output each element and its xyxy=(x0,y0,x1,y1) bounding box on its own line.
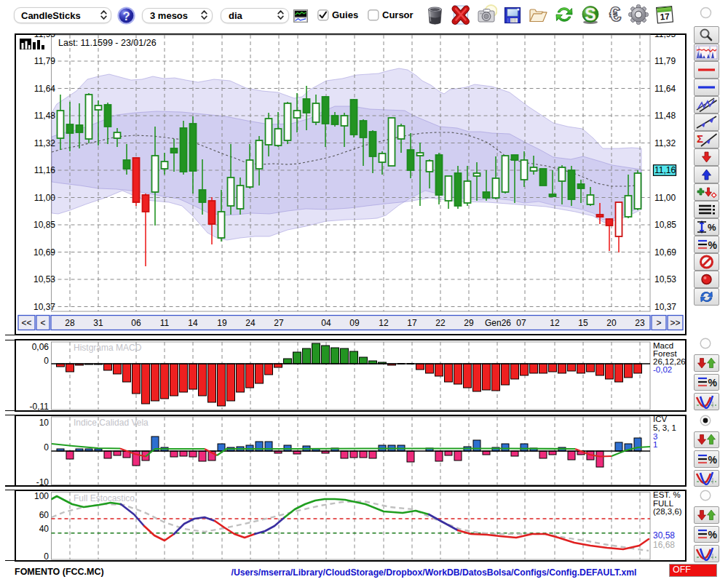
svg-text:11,64: 11,64 xyxy=(34,84,55,94)
svg-text:-10: -10 xyxy=(36,477,50,487)
svg-text:19: 19 xyxy=(217,318,227,328)
svg-text:40: 40 xyxy=(39,524,50,534)
svg-text:(28,3,6): (28,3,6) xyxy=(653,507,682,516)
svg-text:%: % xyxy=(708,239,718,250)
svg-text:EST. %: EST. % xyxy=(653,490,681,499)
svg-text:<: < xyxy=(40,318,45,328)
svg-text:11,32: 11,32 xyxy=(34,138,55,148)
svg-text:14: 14 xyxy=(188,318,198,328)
svg-text:1: 1 xyxy=(653,440,657,449)
svg-text:>>: >> xyxy=(670,318,680,328)
svg-text:28: 28 xyxy=(65,318,75,328)
svg-text:27: 27 xyxy=(274,318,284,328)
svg-text:<<: << xyxy=(21,318,31,328)
svg-text:10,85: 10,85 xyxy=(33,220,55,230)
svg-text:10: 10 xyxy=(39,418,50,428)
svg-text:12: 12 xyxy=(379,318,389,328)
svg-text:11,16: 11,16 xyxy=(654,165,676,175)
svg-text:-0,11: -0,11 xyxy=(30,402,50,412)
svg-text:S: S xyxy=(585,5,596,24)
svg-text:20: 20 xyxy=(606,318,617,328)
svg-text:Full Estocastico: Full Estocastico xyxy=(74,493,135,503)
svg-text:100: 100 xyxy=(34,491,49,501)
svg-text:0: 0 xyxy=(44,442,49,453)
svg-text:07: 07 xyxy=(516,318,526,328)
svg-text:11,95: 11,95 xyxy=(654,33,676,39)
svg-text:-0,02: -0,02 xyxy=(653,365,672,374)
svg-text:%: % xyxy=(708,529,718,541)
svg-text:60: 60 xyxy=(39,510,50,520)
svg-text:22: 22 xyxy=(435,318,446,328)
svg-text:10,37: 10,37 xyxy=(654,302,676,312)
svg-text:11,32: 11,32 xyxy=(654,138,676,148)
svg-text:11,00: 11,00 xyxy=(34,193,55,203)
svg-text:10,37: 10,37 xyxy=(33,302,55,312)
svg-text:11,64: 11,64 xyxy=(654,84,676,94)
svg-text:10,69: 10,69 xyxy=(33,247,55,258)
svg-text:?: ? xyxy=(122,9,130,23)
svg-text:>: > xyxy=(656,318,661,328)
svg-text:11,79: 11,79 xyxy=(34,56,55,66)
svg-text:09: 09 xyxy=(349,318,360,328)
svg-text:11,00: 11,00 xyxy=(654,193,676,203)
svg-text:5, 3, 1: 5, 3, 1 xyxy=(653,423,676,432)
svg-text:Indice Calidad Vela: Indice Calidad Vela xyxy=(74,418,149,428)
svg-text:17: 17 xyxy=(660,11,670,22)
svg-text:10,69: 10,69 xyxy=(654,247,676,258)
svg-text:11,95: 11,95 xyxy=(34,33,55,39)
svg-text:0: 0 xyxy=(44,356,49,366)
svg-text:%: % xyxy=(708,453,718,465)
svg-text:29: 29 xyxy=(464,318,474,328)
svg-text:04: 04 xyxy=(321,318,331,328)
svg-text:FULL: FULL xyxy=(653,499,674,508)
svg-text:11,16: 11,16 xyxy=(34,165,55,175)
svg-text:11,48: 11,48 xyxy=(34,111,55,121)
svg-text:06: 06 xyxy=(131,318,141,328)
svg-text:%: % xyxy=(708,222,716,233)
svg-text:11: 11 xyxy=(160,318,170,328)
svg-text:Last: 11.1599 - 23/01/26: Last: 11.1599 - 23/01/26 xyxy=(58,38,157,48)
svg-text:0: 0 xyxy=(44,551,49,562)
svg-text:24: 24 xyxy=(245,318,256,328)
svg-text:23: 23 xyxy=(635,318,645,328)
svg-text:10,85: 10,85 xyxy=(654,220,676,230)
svg-text:11,79: 11,79 xyxy=(654,56,676,66)
svg-text:0,06: 0,06 xyxy=(32,342,50,352)
svg-text:Σ: Σ xyxy=(697,132,703,145)
svg-text:16,68: 16,68 xyxy=(653,540,675,550)
svg-text:10,53: 10,53 xyxy=(33,274,55,284)
svg-text:11,48: 11,48 xyxy=(654,111,676,121)
svg-text:%: % xyxy=(708,377,718,388)
svg-text:ICV: ICV xyxy=(653,415,668,423)
svg-text:10,53: 10,53 xyxy=(654,274,676,284)
svg-text:12: 12 xyxy=(550,318,560,328)
svg-text:31: 31 xyxy=(93,318,103,328)
svg-text:17: 17 xyxy=(407,318,417,328)
svg-text:15: 15 xyxy=(578,318,588,328)
svg-text:Histgrama MACD: Histgrama MACD xyxy=(74,343,142,353)
svg-text:Gen26: Gen26 xyxy=(485,318,511,328)
